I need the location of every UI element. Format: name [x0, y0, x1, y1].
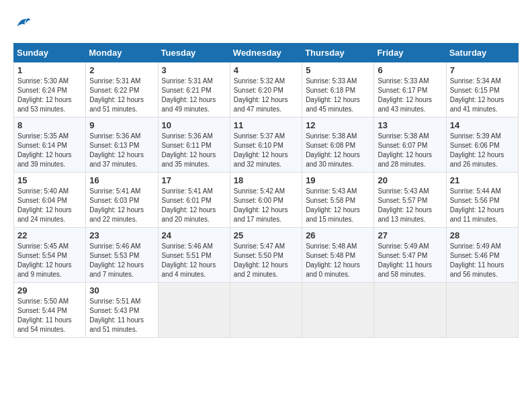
day-header-thursday: Thursday: [302, 44, 374, 62]
day-number: 18: [234, 175, 298, 185]
cell-info: Sunrise: 5:31 AMSunset: 6:22 PMDaylight:…: [89, 77, 154, 114]
day-number: 10: [162, 120, 226, 130]
calendar-cell-20: 20 Sunrise: 5:43 AMSunset: 5:57 PMDaylig…: [374, 173, 446, 228]
day-number: 19: [306, 175, 370, 185]
cell-info: Sunrise: 5:41 AMSunset: 6:03 PMDaylight:…: [89, 187, 154, 224]
day-number: 9: [89, 120, 154, 130]
calendar-cell-21: 21 Sunrise: 5:44 AMSunset: 5:56 PMDaylig…: [446, 173, 518, 228]
calendar-cell-22: 22 Sunrise: 5:45 AMSunset: 5:54 PMDaylig…: [14, 228, 86, 283]
day-number: 7: [450, 65, 515, 75]
day-number: 4: [234, 65, 298, 75]
calendar-header: SundayMondayTuesdayWednesdayThursdayFrid…: [14, 44, 519, 62]
day-number: 24: [162, 230, 226, 240]
calendar-week-2: 8 Sunrise: 5:35 AMSunset: 6:14 PMDayligh…: [14, 118, 519, 173]
calendar-cell-empty: [446, 283, 518, 338]
cell-info: Sunrise: 5:36 AMSunset: 6:13 PMDaylight:…: [89, 132, 154, 169]
cell-info: Sunrise: 5:33 AMSunset: 6:17 PMDaylight:…: [378, 77, 442, 114]
day-number: 26: [306, 230, 370, 240]
day-number: 27: [378, 230, 442, 240]
cell-info: Sunrise: 5:46 AMSunset: 5:51 PMDaylight:…: [162, 242, 226, 279]
day-number: 15: [17, 175, 82, 185]
day-number: 13: [378, 120, 442, 130]
cell-info: Sunrise: 5:30 AMSunset: 6:24 PMDaylight:…: [17, 77, 82, 114]
day-number: 5: [306, 65, 370, 75]
day-number: 11: [234, 120, 298, 130]
calendar-cell-12: 12 Sunrise: 5:38 AMSunset: 6:08 PMDaylig…: [302, 118, 374, 173]
cell-info: Sunrise: 5:38 AMSunset: 6:07 PMDaylight:…: [378, 132, 442, 169]
calendar-cell-27: 27 Sunrise: 5:49 AMSunset: 5:47 PMDaylig…: [374, 228, 446, 283]
day-number: 22: [17, 230, 82, 240]
calendar-cell-7: 7 Sunrise: 5:34 AMSunset: 6:15 PMDayligh…: [446, 62, 518, 118]
cell-info: Sunrise: 5:36 AMSunset: 6:11 PMDaylight:…: [162, 132, 226, 169]
day-header-saturday: Saturday: [446, 44, 518, 62]
calendar-cell-15: 15 Sunrise: 5:40 AMSunset: 6:04 PMDaylig…: [14, 173, 86, 228]
cell-info: Sunrise: 5:46 AMSunset: 5:53 PMDaylight:…: [89, 242, 154, 279]
calendar-week-3: 15 Sunrise: 5:40 AMSunset: 6:04 PMDaylig…: [14, 173, 519, 228]
day-header-wednesday: Wednesday: [230, 44, 302, 62]
day-header-tuesday: Tuesday: [158, 44, 230, 62]
cell-info: Sunrise: 5:32 AMSunset: 6:20 PMDaylight:…: [234, 77, 298, 114]
day-number: 16: [89, 175, 154, 185]
day-number: 14: [450, 120, 515, 130]
calendar-cell-1: 1 Sunrise: 5:30 AMSunset: 6:24 PMDayligh…: [14, 62, 86, 118]
cell-info: Sunrise: 5:34 AMSunset: 6:15 PMDaylight:…: [450, 77, 515, 114]
calendar-cell-9: 9 Sunrise: 5:36 AMSunset: 6:13 PMDayligh…: [86, 118, 158, 173]
day-number: 23: [89, 230, 154, 240]
cell-info: Sunrise: 5:35 AMSunset: 6:14 PMDaylight:…: [17, 132, 82, 169]
calendar-cell-2: 2 Sunrise: 5:31 AMSunset: 6:22 PMDayligh…: [86, 62, 158, 118]
cell-info: Sunrise: 5:43 AMSunset: 5:57 PMDaylight:…: [378, 187, 442, 224]
calendar-cell-25: 25 Sunrise: 5:47 AMSunset: 5:50 PMDaylig…: [230, 228, 302, 283]
logo-icon: [13, 13, 32, 32]
cell-info: Sunrise: 5:38 AMSunset: 6:08 PMDaylight:…: [306, 132, 370, 169]
calendar-cell-17: 17 Sunrise: 5:41 AMSunset: 6:01 PMDaylig…: [158, 173, 230, 228]
day-header-monday: Monday: [86, 44, 158, 62]
calendar-cell-24: 24 Sunrise: 5:46 AMSunset: 5:51 PMDaylig…: [158, 228, 230, 283]
calendar-cell-23: 23 Sunrise: 5:46 AMSunset: 5:53 PMDaylig…: [86, 228, 158, 283]
day-number: 2: [89, 65, 154, 75]
calendar-cell-empty: [302, 283, 374, 338]
day-number: 6: [378, 65, 442, 75]
cell-info: Sunrise: 5:33 AMSunset: 6:18 PMDaylight:…: [306, 77, 370, 114]
cell-info: Sunrise: 5:49 AMSunset: 5:47 PMDaylight:…: [378, 242, 442, 279]
calendar-cell-empty: [374, 283, 446, 338]
day-number: 12: [306, 120, 370, 130]
calendar-table: SundayMondayTuesdayWednesdayThursdayFrid…: [13, 43, 519, 338]
calendar-cell-29: 29 Sunrise: 5:50 AMSunset: 5:44 PMDaylig…: [14, 283, 86, 338]
day-number: 20: [378, 175, 442, 185]
calendar-cell-11: 11 Sunrise: 5:37 AMSunset: 6:10 PMDaylig…: [230, 118, 302, 173]
day-number: 1: [17, 65, 82, 75]
calendar-cell-19: 19 Sunrise: 5:43 AMSunset: 5:58 PMDaylig…: [302, 173, 374, 228]
day-number: 28: [450, 230, 515, 240]
calendar-week-4: 22 Sunrise: 5:45 AMSunset: 5:54 PMDaylig…: [14, 228, 519, 283]
cell-info: Sunrise: 5:44 AMSunset: 5:56 PMDaylight:…: [450, 187, 515, 224]
calendar-cell-28: 28 Sunrise: 5:49 AMSunset: 5:46 PMDaylig…: [446, 228, 518, 283]
cell-info: Sunrise: 5:31 AMSunset: 6:21 PMDaylight:…: [162, 77, 226, 114]
page-header: [13, 13, 519, 32]
cell-info: Sunrise: 5:40 AMSunset: 6:04 PMDaylight:…: [17, 187, 82, 224]
cell-info: Sunrise: 5:42 AMSunset: 6:00 PMDaylight:…: [234, 187, 298, 224]
calendar-week-5: 29 Sunrise: 5:50 AMSunset: 5:44 PMDaylig…: [14, 283, 519, 338]
day-number: 3: [162, 65, 226, 75]
day-header-sunday: Sunday: [14, 44, 86, 62]
cell-info: Sunrise: 5:37 AMSunset: 6:10 PMDaylight:…: [234, 132, 298, 169]
day-number: 21: [450, 175, 515, 185]
calendar-cell-14: 14 Sunrise: 5:39 AMSunset: 6:06 PMDaylig…: [446, 118, 518, 173]
cell-info: Sunrise: 5:45 AMSunset: 5:54 PMDaylight:…: [17, 242, 82, 279]
calendar-week-1: 1 Sunrise: 5:30 AMSunset: 6:24 PMDayligh…: [14, 62, 519, 118]
calendar-body: 1 Sunrise: 5:30 AMSunset: 6:24 PMDayligh…: [14, 62, 519, 338]
day-number: 17: [162, 175, 226, 185]
cell-info: Sunrise: 5:48 AMSunset: 5:48 PMDaylight:…: [306, 242, 370, 279]
calendar-cell-empty: [230, 283, 302, 338]
cell-info: Sunrise: 5:39 AMSunset: 6:06 PMDaylight:…: [450, 132, 515, 169]
day-number: 8: [17, 120, 82, 130]
calendar-cell-empty: [158, 283, 230, 338]
cell-info: Sunrise: 5:43 AMSunset: 5:58 PMDaylight:…: [306, 187, 370, 224]
calendar-cell-4: 4 Sunrise: 5:32 AMSunset: 6:20 PMDayligh…: [230, 62, 302, 118]
calendar-cell-13: 13 Sunrise: 5:38 AMSunset: 6:07 PMDaylig…: [374, 118, 446, 173]
cell-info: Sunrise: 5:47 AMSunset: 5:50 PMDaylight:…: [234, 242, 298, 279]
cell-info: Sunrise: 5:49 AMSunset: 5:46 PMDaylight:…: [450, 242, 515, 279]
day-number: 30: [89, 285, 154, 295]
calendar-cell-18: 18 Sunrise: 5:42 AMSunset: 6:00 PMDaylig…: [230, 173, 302, 228]
calendar-cell-26: 26 Sunrise: 5:48 AMSunset: 5:48 PMDaylig…: [302, 228, 374, 283]
day-header-friday: Friday: [374, 44, 446, 62]
